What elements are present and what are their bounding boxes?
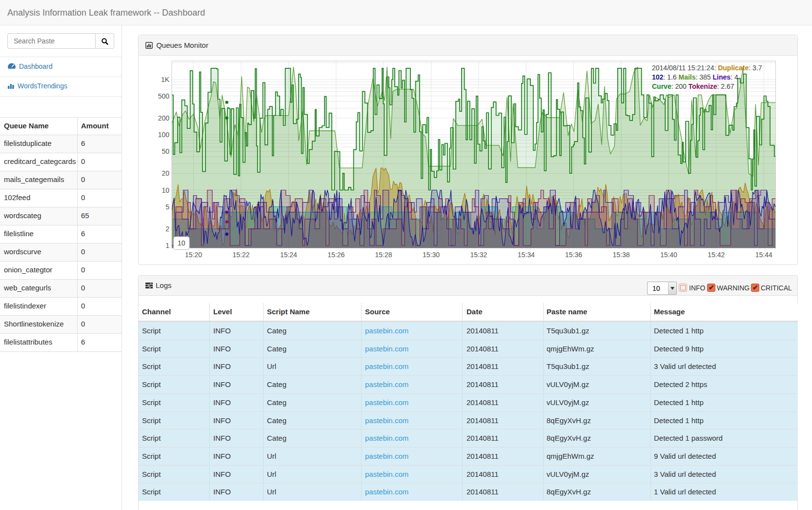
svg-text:15:26: 15:26 [327, 251, 345, 259]
svg-text:15:36: 15:36 [565, 251, 582, 259]
svg-text:15:38: 15:38 [612, 251, 629, 259]
svg-text:15:28: 15:28 [375, 251, 392, 259]
svg-text:15:24: 15:24 [280, 251, 297, 259]
svg-text:15:20: 15:20 [185, 251, 202, 259]
svg-text:5: 5 [165, 203, 169, 211]
svg-text:102: 1.6 Mails: 385 Lines: 4: 102: 1.6 Mails: 385 Lines: 4 [652, 73, 738, 81]
svg-text:2: 2 [165, 225, 169, 233]
svg-text:100: 100 [158, 131, 170, 139]
svg-text:15:42: 15:42 [708, 251, 725, 259]
svg-text:20: 20 [162, 169, 169, 177]
svg-text:10: 10 [162, 186, 169, 194]
svg-text:15:40: 15:40 [660, 251, 677, 259]
svg-text:1K: 1K [161, 76, 170, 83]
svg-text:10: 10 [178, 239, 185, 247]
svg-text:200: 200 [158, 114, 170, 122]
svg-text:15:44: 15:44 [755, 251, 772, 259]
svg-text:15:30: 15:30 [423, 251, 440, 259]
svg-text:500: 500 [158, 92, 170, 100]
svg-text:50: 50 [162, 147, 169, 155]
svg-text:Curve: 200 Tokenize: 2.67: Curve: 200 Tokenize: 2.67 [652, 82, 734, 90]
svg-text:15:34: 15:34 [518, 251, 535, 259]
svg-text:1: 1 [165, 242, 169, 249]
svg-text:15:22: 15:22 [232, 251, 249, 259]
svg-text:2014/08/11 15:21:24: Duplicate: 2014/08/11 15:21:24: Duplicate: 3.7 [652, 64, 762, 72]
svg-text:15:32: 15:32 [470, 251, 487, 259]
